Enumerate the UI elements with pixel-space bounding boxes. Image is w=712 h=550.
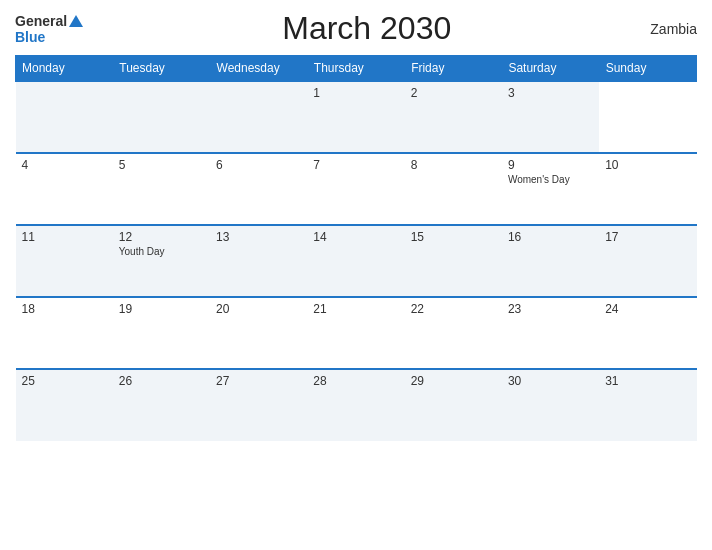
calendar-week-row: 456789Women's Day10 (16, 153, 697, 225)
calendar-day-cell: 14 (307, 225, 404, 297)
day-number: 27 (216, 374, 301, 388)
calendar-title: March 2030 (282, 10, 451, 47)
page: General Blue March 2030 Zambia Monday Tu… (0, 0, 712, 550)
day-number: 16 (508, 230, 593, 244)
calendar-day-cell: 18 (16, 297, 113, 369)
calendar-day-cell: 11 (16, 225, 113, 297)
day-number: 26 (119, 374, 204, 388)
calendar-day-cell: 24 (599, 297, 696, 369)
logo: General Blue (15, 13, 83, 45)
calendar-day-cell: 6 (210, 153, 307, 225)
calendar-week-row: 25262728293031 (16, 369, 697, 441)
col-thursday: Thursday (307, 56, 404, 82)
holiday-label: Youth Day (119, 246, 204, 257)
calendar-day-cell: 21 (307, 297, 404, 369)
day-number: 4 (22, 158, 107, 172)
calendar-day-cell: 23 (502, 297, 599, 369)
day-number: 18 (22, 302, 107, 316)
day-number: 23 (508, 302, 593, 316)
day-number: 17 (605, 230, 690, 244)
col-tuesday: Tuesday (113, 56, 210, 82)
calendar-day-cell: 27 (210, 369, 307, 441)
holiday-label: Women's Day (508, 174, 593, 185)
calendar-day-cell: 16 (502, 225, 599, 297)
col-wednesday: Wednesday (210, 56, 307, 82)
empty-cell (210, 81, 307, 153)
calendar-day-cell: 15 (405, 225, 502, 297)
empty-cell (113, 81, 210, 153)
day-number: 22 (411, 302, 496, 316)
logo-blue-text: Blue (15, 29, 45, 45)
day-number: 2 (411, 86, 496, 100)
calendar-day-cell: 12Youth Day (113, 225, 210, 297)
col-sunday: Sunday (599, 56, 696, 82)
day-number: 25 (22, 374, 107, 388)
calendar-day-cell: 8 (405, 153, 502, 225)
calendar-day-cell: 4 (16, 153, 113, 225)
calendar-day-cell: 30 (502, 369, 599, 441)
calendar-day-cell: 7 (307, 153, 404, 225)
day-number: 24 (605, 302, 690, 316)
day-number: 19 (119, 302, 204, 316)
col-monday: Monday (16, 56, 113, 82)
day-number: 1 (313, 86, 398, 100)
day-number: 12 (119, 230, 204, 244)
logo-triangle-icon (69, 15, 83, 27)
calendar-day-cell: 31 (599, 369, 696, 441)
day-number: 21 (313, 302, 398, 316)
day-number: 5 (119, 158, 204, 172)
day-number: 6 (216, 158, 301, 172)
calendar-header-row: Monday Tuesday Wednesday Thursday Friday… (16, 56, 697, 82)
day-number: 8 (411, 158, 496, 172)
calendar-day-cell: 19 (113, 297, 210, 369)
country-label: Zambia (650, 21, 697, 37)
day-number: 20 (216, 302, 301, 316)
calendar-week-row: 123 (16, 81, 697, 153)
calendar-day-cell: 25 (16, 369, 113, 441)
calendar-week-row: 18192021222324 (16, 297, 697, 369)
calendar-week-row: 1112Youth Day1314151617 (16, 225, 697, 297)
day-number: 11 (22, 230, 107, 244)
day-number: 10 (605, 158, 690, 172)
calendar-day-cell: 28 (307, 369, 404, 441)
day-number: 29 (411, 374, 496, 388)
calendar-day-cell: 2 (405, 81, 502, 153)
calendar-day-cell: 10 (599, 153, 696, 225)
empty-cell (16, 81, 113, 153)
calendar-day-cell: 9Women's Day (502, 153, 599, 225)
day-number: 31 (605, 374, 690, 388)
day-number: 13 (216, 230, 301, 244)
logo-general-text: General (15, 13, 67, 29)
col-saturday: Saturday (502, 56, 599, 82)
calendar-day-cell: 5 (113, 153, 210, 225)
calendar-day-cell: 17 (599, 225, 696, 297)
calendar-day-cell: 20 (210, 297, 307, 369)
calendar-day-cell: 22 (405, 297, 502, 369)
calendar-day-cell: 13 (210, 225, 307, 297)
day-number: 14 (313, 230, 398, 244)
calendar-table: Monday Tuesday Wednesday Thursday Friday… (15, 55, 697, 441)
day-number: 9 (508, 158, 593, 172)
header: General Blue March 2030 Zambia (15, 10, 697, 47)
day-number: 28 (313, 374, 398, 388)
day-number: 3 (508, 86, 593, 100)
calendar-day-cell: 1 (307, 81, 404, 153)
calendar-day-cell: 29 (405, 369, 502, 441)
col-friday: Friday (405, 56, 502, 82)
day-number: 30 (508, 374, 593, 388)
day-number: 7 (313, 158, 398, 172)
calendar-day-cell: 3 (502, 81, 599, 153)
day-number: 15 (411, 230, 496, 244)
calendar-day-cell: 26 (113, 369, 210, 441)
